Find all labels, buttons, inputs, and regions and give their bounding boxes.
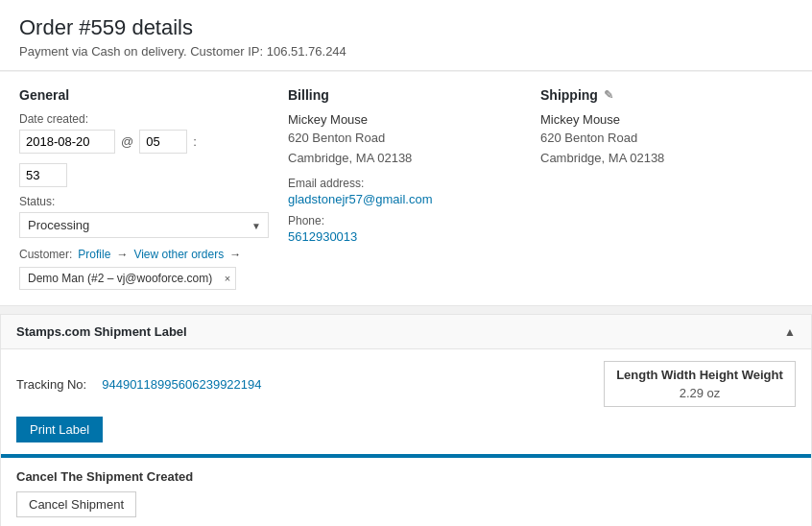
order-details-section: General Date created: @ : Status: Proces… [0, 72, 812, 306]
general-title: General [19, 87, 69, 103]
date-label: Date created: [19, 112, 269, 126]
email-label: Email address: [288, 177, 521, 190]
customer-tag-text: Demo Man (#2 – vj@wooforce.com) [28, 272, 212, 285]
shipping-header: Shipping ✎ [540, 87, 774, 103]
order-title: Order #559 details [19, 15, 793, 40]
profile-link[interactable]: Profile [78, 248, 110, 261]
tracking-number-link[interactable]: 94490118995606239922194 [102, 377, 261, 392]
colon-symbol: : [193, 134, 197, 149]
customer-tag-wrapper: Demo Man (#2 – vj@wooforce.com) × [19, 267, 236, 290]
shipping-address-line1: 620 Benton Road [540, 129, 774, 149]
stamps-header: Stamps.com Shipment Label ▲ [1, 315, 811, 349]
date-row: @ : [19, 130, 269, 154]
stamps-content-row: Print Label [16, 417, 796, 442]
shipping-title: Shipping [540, 87, 598, 103]
billing-name: Mickey Mouse [288, 112, 521, 127]
phone-label: Phone: [288, 214, 521, 227]
tracking-row: Tracking No: 94490118995606239922194 Len… [16, 361, 796, 407]
status-select[interactable]: Processing Pending payment On hold Compl… [19, 212, 269, 238]
stamps-body: Tracking No: 94490118995606239922194 Len… [1, 349, 811, 454]
shipping-name: Mickey Mouse [540, 112, 774, 127]
general-column: General Date created: @ : Status: Proces… [19, 87, 288, 290]
cancel-section: Cancel The Shipment Created Cancel Shipm… [1, 456, 811, 526]
customer-label: Customer: [19, 248, 72, 261]
billing-phone-link[interactable]: 5612930013 [288, 229, 357, 244]
stamps-title: Stamps.com Shipment Label [16, 324, 187, 339]
profile-arrow: → [116, 248, 128, 261]
billing-column: Billing Mickey Mouse 620 Benton Road Cam… [288, 87, 540, 290]
status-select-wrapper: Processing Pending payment On hold Compl… [19, 212, 269, 238]
billing-header: Billing [288, 87, 521, 103]
status-label: Status: [19, 195, 269, 208]
collapse-icon[interactable]: ▲ [784, 325, 796, 339]
stamps-section: Stamps.com Shipment Label ▲ Tracking No:… [0, 314, 812, 526]
details-columns: General Date created: @ : Status: Proces… [19, 87, 793, 290]
time-sec-input[interactable] [19, 163, 67, 187]
billing-address-line2: Cambridge, MA 02138 [288, 149, 521, 169]
billing-title: Billing [288, 87, 329, 103]
shipping-column: Shipping ✎ Mickey Mouse 620 Benton Road … [540, 87, 793, 290]
cancel-shipment-button[interactable]: Cancel Shipment [16, 491, 136, 517]
print-label-button[interactable]: Print Label [16, 417, 103, 442]
page-wrapper: Order #559 details Payment via Cash on d… [0, 0, 812, 526]
order-subtitle: Payment via Cash on delivery. Customer I… [19, 44, 793, 59]
shipping-edit-icon[interactable]: ✎ [604, 88, 613, 102]
tracking-label: Tracking No: [16, 377, 86, 392]
billing-address-line1: 620 Benton Road [288, 129, 521, 149]
customer-tag: Demo Man (#2 – vj@wooforce.com) [19, 267, 236, 290]
dimensions-value: 2.29 oz [616, 386, 783, 400]
date-input[interactable] [19, 130, 115, 154]
shipping-address-line2: Cambridge, MA 02138 [540, 149, 774, 169]
time-hour-input[interactable] [139, 130, 187, 154]
billing-email-link[interactable]: gladstonejr57@gmail.com [288, 192, 433, 206]
customer-row: Customer: Profile → View other orders → [19, 248, 269, 261]
tag-remove-button[interactable]: × [225, 273, 230, 284]
order-header: Order #559 details Payment via Cash on d… [0, 0, 812, 71]
cancel-title: Cancel The Shipment Created [16, 469, 796, 484]
view-orders-link[interactable]: View other orders [133, 248, 224, 261]
at-symbol: @ [121, 134, 133, 149]
general-header: General [19, 87, 269, 103]
dimensions-header: Length Width Height Weight [616, 368, 783, 382]
orders-arrow: → [229, 248, 241, 261]
dimensions-box: Length Width Height Weight 2.29 oz [604, 361, 796, 407]
